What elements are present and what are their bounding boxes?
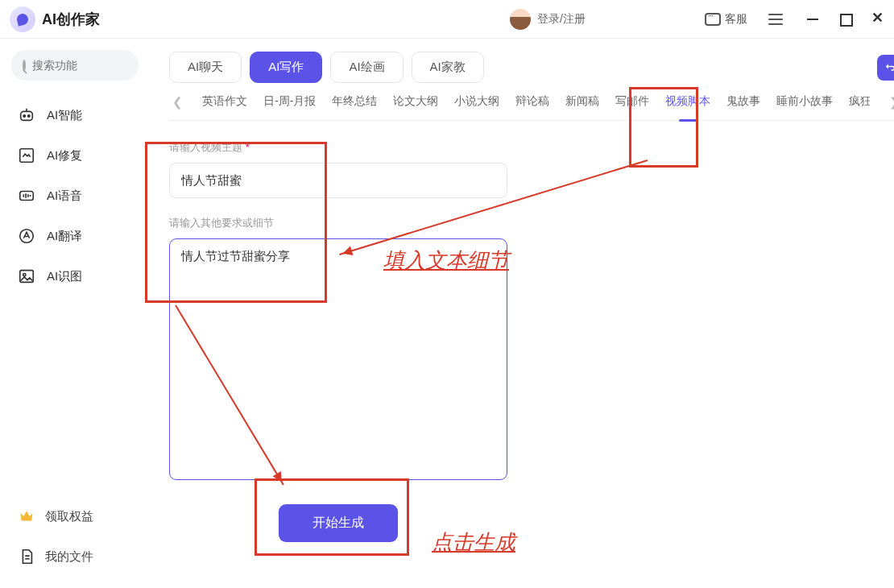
- category-video-script[interactable]: 视频脚本: [665, 94, 710, 110]
- sidebar-item-label: AI翻译: [47, 229, 82, 244]
- sidebar-item-label: AI修复: [47, 148, 82, 164]
- categories-scroll-left[interactable]: ❮: [169, 95, 186, 110]
- customer-service-label: 客服: [725, 12, 747, 27]
- search-icon: [23, 60, 26, 72]
- my-files-label: 我的文件: [45, 549, 93, 565]
- detail-label: 请输入其他要求或细节: [169, 216, 507, 230]
- sidebar-item-ai-voice[interactable]: AI语音: [11, 176, 139, 216]
- mode-tab-write[interactable]: AI写作: [250, 52, 322, 83]
- category-debate[interactable]: 辩论稿: [515, 94, 549, 110]
- avatar[interactable]: [510, 9, 531, 30]
- crown-icon: [18, 507, 35, 525]
- sidebar-claim-benefits[interactable]: 领取权益: [11, 496, 139, 536]
- chat-icon: [705, 13, 721, 26]
- customer-service-button[interactable]: 客服: [698, 9, 754, 30]
- svg-point-2: [28, 115, 30, 117]
- category-english-essay[interactable]: 英语作文: [202, 94, 247, 110]
- detail-textarea[interactable]: [169, 238, 507, 480]
- video-topic-input[interactable]: [169, 163, 507, 198]
- category-bedtime-story[interactable]: 睡前小故事: [776, 94, 833, 110]
- window-minimize-button[interactable]: [807, 13, 820, 26]
- svg-point-8: [23, 274, 26, 276]
- robot-icon: [18, 106, 35, 124]
- mode-tab-chat[interactable]: AI聊天: [169, 52, 242, 83]
- sidebar-item-ai-image-recognition[interactable]: AI识图: [11, 256, 139, 296]
- mode-tab-draw[interactable]: AI绘画: [330, 52, 403, 83]
- category-email[interactable]: 写邮件: [615, 94, 649, 110]
- sidebar-item-ai-translate[interactable]: AI翻译: [11, 216, 139, 256]
- svg-rect-5: [20, 192, 34, 201]
- app-logo-icon: [10, 6, 35, 32]
- benefits-label: 领取权益: [45, 509, 93, 524]
- category-report[interactable]: 日-周-月报: [263, 94, 316, 110]
- return-arrow-icon: [883, 60, 894, 75]
- svg-rect-0: [21, 111, 33, 120]
- categories-scroll-right[interactable]: ❯: [886, 95, 894, 110]
- category-novel-outline[interactable]: 小说大纲: [454, 94, 499, 110]
- repair-icon: [18, 147, 35, 164]
- voice-icon: [18, 187, 35, 205]
- svg-point-1: [23, 115, 25, 117]
- sidebar-item-ai-repair[interactable]: AI修复: [11, 135, 139, 176]
- svg-rect-7: [20, 271, 34, 283]
- back-button[interactable]: [877, 55, 894, 81]
- category-crazy[interactable]: 疯狂: [849, 94, 870, 110]
- login-register-link[interactable]: 登录/注册: [537, 12, 586, 27]
- app-title: AI创作家: [42, 10, 100, 29]
- image-icon: [18, 267, 35, 285]
- category-news[interactable]: 新闻稿: [565, 94, 599, 110]
- search-box[interactable]: [11, 50, 139, 81]
- sidebar-my-files[interactable]: 我的文件: [11, 536, 139, 577]
- category-year-summary[interactable]: 年终总结: [332, 94, 377, 110]
- sidebar-item-label: AI智能: [47, 108, 82, 123]
- sidebar-item-label: AI语音: [47, 188, 82, 204]
- generate-button[interactable]: 开始生成: [279, 504, 398, 542]
- window-maximize-button[interactable]: [839, 13, 852, 26]
- window-close-button[interactable]: ✕: [871, 13, 884, 26]
- hamburger-menu-icon[interactable]: [768, 14, 783, 25]
- mode-tab-tutor[interactable]: AI家教: [412, 52, 484, 83]
- topic-label: 请输入视频主题 *: [169, 140, 507, 155]
- file-icon: [18, 548, 35, 565]
- category-ghost-story[interactable]: 鬼故事: [726, 94, 760, 110]
- category-thesis-outline[interactable]: 论文大纲: [393, 94, 438, 110]
- sidebar-item-label: AI识图: [47, 269, 82, 284]
- sidebar-item-ai-smart[interactable]: AI智能: [11, 95, 139, 135]
- translate-icon: [18, 227, 35, 245]
